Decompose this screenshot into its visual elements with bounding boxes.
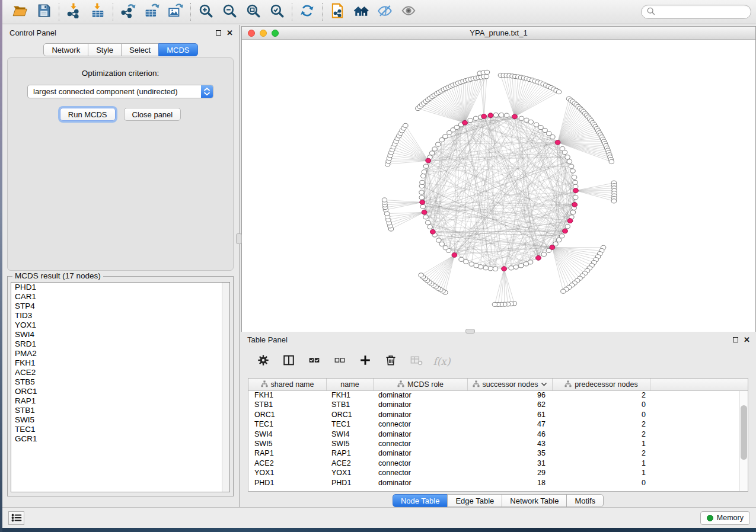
result-list-item[interactable]: PHD1 [11,283,229,292]
table-cell[interactable]: PHD1 [327,479,374,488]
table-cell[interactable]: STB1 [327,400,374,410]
table-cell[interactable]: dominator [374,479,468,488]
table-cell[interactable]: YOX1 [248,469,327,478]
column-header-predecessor-nodes[interactable]: predecessor nodes [553,379,650,390]
tab-node-table[interactable]: Node Table [393,494,448,507]
column-header-name[interactable]: name [327,379,374,390]
table-cell[interactable]: STB1 [248,400,327,410]
table-cell[interactable]: SWI5 [327,440,374,449]
export-table-button[interactable] [140,2,164,21]
open-session-button[interactable] [8,2,32,21]
select-all-rows-button[interactable] [307,354,322,369]
result-list-item[interactable]: STP4 [11,302,229,311]
table-row[interactable]: SWI4SWI4dominator462 [248,430,748,440]
show-all-panels-button[interactable] [349,2,373,21]
table-cell[interactable]: 2 [553,391,650,400]
table-cell[interactable]: 2 [553,449,650,459]
search-box[interactable] [641,5,751,19]
table-cell[interactable]: PHD1 [248,479,327,488]
zoom-fit-button[interactable] [241,2,265,21]
memory-button[interactable]: Memory [700,511,750,525]
table-cell[interactable]: ORC1 [248,411,327,420]
table-cell[interactable]: connector [374,420,468,430]
table-cell[interactable]: 1 [553,459,650,469]
result-list-item[interactable]: SWI4 [11,330,229,339]
tab-select[interactable]: Select [121,43,159,56]
refresh-view-button[interactable] [295,2,319,21]
table-cell[interactable]: SWI5 [248,440,327,449]
zoom-in-button[interactable] [194,2,218,21]
maximize-window-icon[interactable] [272,30,279,37]
result-list-item[interactable]: RAP1 [11,396,229,406]
table-cell[interactable]: 2 [553,420,650,430]
table-cell[interactable]: RAP1 [248,449,327,459]
criterion-select[interactable]: largest connected component (undirected) [27,85,213,98]
table-cell[interactable]: FKH1 [327,391,374,400]
table-cell[interactable]: 47 [468,420,553,430]
column-header-successor-nodes[interactable]: successor nodes [468,379,553,390]
float-table-panel-icon[interactable] [733,337,738,342]
table-scrollbar-thumb[interactable] [741,405,747,460]
table-cell[interactable]: 0 [553,400,650,410]
table-row[interactable]: SWI5SWI5connector431 [248,440,748,449]
tab-motifs[interactable]: Motifs [566,494,604,507]
run-mcds-button[interactable]: Run MCDS [60,108,116,121]
column-header-MCDS-role[interactable]: MCDS role [374,379,468,390]
table-cell[interactable]: connector [374,459,468,469]
export-network-button[interactable] [116,2,140,21]
result-list-item[interactable]: ACE2 [11,368,229,377]
result-list-scrollbar[interactable] [222,283,229,492]
table-row[interactable]: YOX1YOX1connector291 [248,469,748,478]
table-options-button[interactable] [256,354,271,369]
float-panel-icon[interactable] [216,30,221,36]
table-cell[interactable]: SWI4 [327,430,374,440]
import-table-button[interactable] [86,2,110,21]
table-cell[interactable]: ACE2 [327,459,374,469]
result-list-item[interactable]: YOX1 [11,321,229,330]
table-cell[interactable]: 0 [553,479,650,488]
result-list-item[interactable]: FKH1 [11,358,229,368]
close-panel-button[interactable]: Close panel [124,108,181,121]
table-cell[interactable]: connector [374,440,468,449]
search-input[interactable] [658,8,749,16]
table-cell[interactable]: ACE2 [248,459,327,469]
tab-style[interactable]: Style [88,43,122,56]
table-cell[interactable]: 18 [468,479,553,488]
table-cell[interactable]: RAP1 [327,449,374,459]
result-list-item[interactable]: TID3 [11,311,229,321]
result-list-item[interactable]: SWI5 [11,415,229,425]
column-header-shared-name[interactable]: shared name [248,379,327,390]
result-list-item[interactable]: STB1 [11,406,229,415]
import-network-button[interactable] [62,2,86,21]
table-splitter-handle[interactable] [465,329,475,334]
result-list-item[interactable]: SRD1 [11,339,229,349]
table-cell[interactable]: 0 [553,411,650,420]
deselect-all-rows-button[interactable] [332,354,347,369]
network-window-titlebar[interactable]: YPA_prune.txt_1 [242,27,755,40]
close-panel-icon[interactable]: ✕ [227,30,233,36]
table-cell[interactable]: dominator [374,400,468,410]
save-session-button[interactable] [32,2,56,21]
table-cell[interactable]: 61 [468,411,553,420]
table-cell[interactable]: 2 [553,430,650,440]
delete-columns-button[interactable] [383,354,398,369]
table-cell[interactable]: connector [374,469,468,478]
hide-selected-button[interactable] [373,2,397,21]
table-cell[interactable]: 43 [468,440,553,449]
table-cell[interactable]: YOX1 [327,469,374,478]
table-cell[interactable]: SWI4 [248,430,327,440]
show-hidden-button[interactable] [397,2,420,21]
show-columns-button[interactable] [281,354,296,369]
table-cell[interactable]: dominator [374,430,468,440]
panel-splitter-handle[interactable] [236,233,242,244]
table-cell[interactable]: 35 [468,449,553,459]
table-cell[interactable]: 1 [553,440,650,449]
tab-mcds[interactable]: MCDS [158,43,197,56]
table-cell[interactable]: dominator [374,411,468,420]
table-row[interactable]: ACE2ACE2connector311 [248,459,748,469]
table-row[interactable]: TEC1TEC1connector472 [248,420,748,430]
zoom-selected-button[interactable] [265,2,289,21]
result-list-item[interactable]: PMA2 [11,349,229,358]
result-list-item[interactable]: GCR1 [11,434,229,444]
result-list-item[interactable]: STB5 [11,377,229,387]
